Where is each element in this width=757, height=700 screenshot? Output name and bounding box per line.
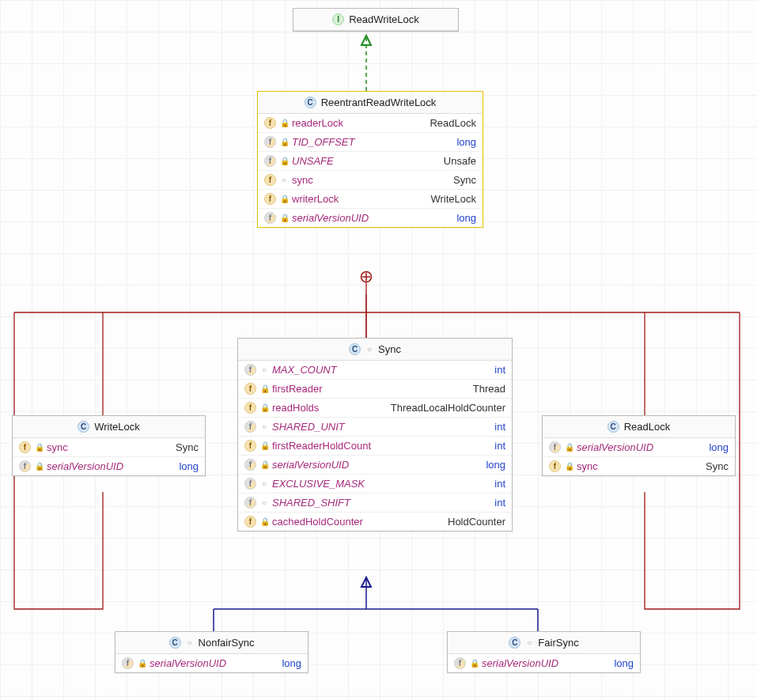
class-icon: C <box>509 637 520 649</box>
class-ReentrantReadWriteLock[interactable]: C ReentrantReadWriteLock f🔒readerLockRea… <box>257 91 483 228</box>
field-type: long <box>282 657 301 669</box>
private-icon: 🔒 <box>35 462 43 471</box>
class-body: f🔒serialVersionUIDlongf🔒syncSync <box>543 438 735 475</box>
field-row[interactable]: f○MAX_COUNTint <box>238 361 512 380</box>
package-icon: ○ <box>260 498 268 507</box>
private-icon: 🔒 <box>470 659 478 668</box>
field-name: firstReader <box>272 383 469 395</box>
field-row[interactable]: f○EXCLUSIVE_MASKint <box>238 475 512 494</box>
field-row[interactable]: f🔒readerLockReadLock <box>258 114 483 133</box>
field-row[interactable]: f🔒serialVersionUIDlong <box>13 457 205 475</box>
private-icon: 🔒 <box>280 195 288 203</box>
static-field-icon: f <box>244 421 256 433</box>
class-FairSync[interactable]: C ○ FairSync f🔒serialVersionUIDlong <box>447 631 641 673</box>
field-row[interactable]: f🔒UNSAFEUnsafe <box>258 152 483 171</box>
field-type: long <box>614 657 634 669</box>
field-row[interactable]: f🔒serialVersionUIDlong <box>543 438 735 457</box>
field-type: Sync <box>706 460 729 472</box>
field-type: int <box>494 440 505 452</box>
static-field-icon: f <box>264 212 276 224</box>
static-field-icon: f <box>244 459 256 471</box>
class-NonfairSync[interactable]: C ○ NonfairSync f🔒serialVersionUIDlong <box>115 631 308 673</box>
field-row[interactable]: f○SHARED_SHIFTint <box>238 494 512 513</box>
field-type: int <box>494 497 505 509</box>
field-type: int <box>494 478 505 490</box>
package-icon: ○ <box>260 422 268 431</box>
field-type: long <box>456 212 476 224</box>
field-icon: f <box>244 383 256 395</box>
field-name: SHARED_UNIT <box>272 421 490 433</box>
class-header: C ○ NonfairSync <box>115 632 308 654</box>
field-row[interactable]: f🔒serialVersionUIDlong <box>448 654 640 672</box>
field-type: Sync <box>453 174 476 186</box>
field-name: serialVersionUID <box>482 657 610 669</box>
field-name: EXCLUSIVE_MASK <box>272 478 490 490</box>
field-row[interactable]: f🔒TID_OFFSETlong <box>258 133 483 152</box>
visibility-icon: ○ <box>525 638 533 647</box>
field-row[interactable]: f🔒writerLockWriteLock <box>258 190 483 209</box>
field-icon: f <box>264 117 276 129</box>
field-row[interactable]: f🔒syncSync <box>13 438 205 457</box>
class-body: f🔒serialVersionUIDlong <box>115 654 308 672</box>
field-name: TID_OFFSET <box>292 136 452 148</box>
field-type: Thread <box>473 383 505 395</box>
visibility-icon: ○ <box>365 345 373 354</box>
private-icon: 🔒 <box>260 517 268 526</box>
field-name: writerLock <box>292 193 426 205</box>
field-icon: f <box>549 460 561 472</box>
class-body: f🔒serialVersionUIDlong <box>448 654 640 672</box>
field-icon: f <box>19 441 31 453</box>
class-body: f○MAX_COUNTintf🔒firstReaderThreadf🔒readH… <box>238 361 512 531</box>
field-row[interactable]: f○SHARED_UNITint <box>238 418 512 437</box>
field-row[interactable]: f🔒readHoldsThreadLocalHoldCounter <box>238 399 512 418</box>
package-icon: ○ <box>260 365 268 374</box>
field-row[interactable]: f🔒firstReaderThread <box>238 380 512 399</box>
class-body: f🔒syncSyncf🔒serialVersionUIDlong <box>13 438 205 475</box>
class-Sync[interactable]: C ○ Sync f○MAX_COUNTintf🔒firstReaderThre… <box>237 338 513 532</box>
field-name: serialVersionUID <box>150 657 278 669</box>
private-icon: 🔒 <box>138 659 146 668</box>
field-row[interactable]: f🔒serialVersionUIDlong <box>258 209 483 227</box>
field-type: ReadLock <box>430 117 476 129</box>
field-row[interactable]: f🔒cachedHoldCounterHoldCounter <box>238 513 512 531</box>
class-title: ReentrantReadWriteLock <box>321 96 437 108</box>
class-WriteLock[interactable]: C WriteLock f🔒syncSyncf🔒serialVersionUID… <box>12 415 206 476</box>
class-icon: C <box>349 343 361 355</box>
private-icon: 🔒 <box>280 138 288 146</box>
field-icon: f <box>264 174 276 186</box>
static-field-icon: f <box>122 657 134 669</box>
field-row[interactable]: f🔒serialVersionUIDlong <box>238 456 512 475</box>
class-title: NonfairSync <box>199 637 255 649</box>
class-icon: C <box>607 421 619 433</box>
static-field-icon: f <box>264 155 276 167</box>
field-icon: f <box>244 440 256 452</box>
field-row[interactable]: f🔒firstReaderHoldCountint <box>238 437 512 456</box>
field-name: readerLock <box>292 117 426 129</box>
field-name: sync <box>292 174 449 186</box>
field-type: long <box>486 459 505 471</box>
static-field-icon: f <box>244 478 256 490</box>
field-row[interactable]: f○syncSync <box>258 171 483 190</box>
static-field-icon: f <box>264 136 276 148</box>
field-name: UNSAFE <box>292 155 440 167</box>
field-icon: f <box>244 516 256 528</box>
field-type: long <box>179 460 199 472</box>
class-header: I ReadWriteLock <box>293 9 458 31</box>
field-name: firstReaderHoldCount <box>272 440 490 452</box>
field-row[interactable]: f🔒syncSync <box>543 457 735 475</box>
class-header: C ○ Sync <box>238 339 512 361</box>
static-field-icon: f <box>19 460 31 472</box>
class-ReadLock[interactable]: C ReadLock f🔒serialVersionUIDlongf🔒syncS… <box>542 415 736 476</box>
field-name: serialVersionUID <box>292 212 452 224</box>
field-row[interactable]: f🔒serialVersionUIDlong <box>115 654 308 672</box>
field-type: WriteLock <box>430 193 476 205</box>
field-type: int <box>494 421 505 433</box>
private-icon: 🔒 <box>260 384 268 393</box>
private-icon: 🔒 <box>280 214 288 222</box>
class-title: Sync <box>378 343 401 355</box>
private-icon: 🔒 <box>565 462 573 471</box>
class-icon: C <box>169 637 181 649</box>
field-icon: f <box>264 193 276 205</box>
class-ReadWriteLock[interactable]: I ReadWriteLock <box>293 8 459 32</box>
static-field-icon: f <box>454 657 466 669</box>
